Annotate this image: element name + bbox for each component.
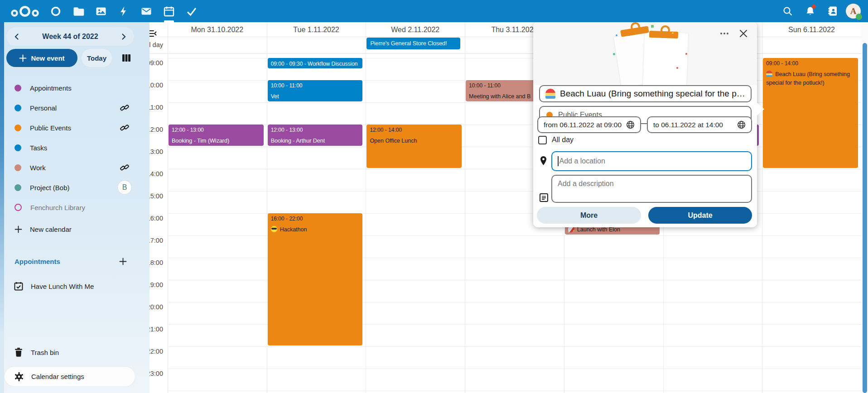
mail-icon [140,5,152,17]
chevron-right-icon[interactable] [120,33,127,40]
calendar-settings-label: Calendar settings [31,373,84,380]
event-booking-tim-wizard[interactable]: 12:00 - 13:00Booking - Tim (Wizard) [169,125,264,146]
calendar-name: Work [30,164,120,172]
add-appointment-button[interactable] [118,256,128,266]
event-title: Hackathon [271,225,360,234]
illustration-clip-ring [631,22,640,32]
event-time: 12:00 - 13:00 [271,127,360,133]
grid-column-border [366,22,366,393]
trash-bin-label: Trash bin [31,349,59,356]
app-nextcloud-logo[interactable] [5,0,44,22]
week-navigation: Week 44 of 2022 [6,27,134,46]
topbar-notifications-button[interactable] [800,0,820,22]
event-booking-arthur-dent[interactable]: 12:00 - 13:00Booking - Arthur Dent [268,125,363,146]
sidebar-calendar-public-events[interactable]: Public Events [0,118,139,138]
event-vet[interactable]: 10:00 - 11:00Vet [268,80,363,101]
scrollbar-thumb[interactable] [863,43,867,393]
calendar-color-dot [14,105,21,111]
new-event-button[interactable]: New event [6,49,77,67]
event-title-input[interactable]: Beach Luau (Bring something special for … [539,85,752,102]
app-files[interactable] [67,0,90,22]
avatar[interactable]: A [846,4,861,19]
share-link-button[interactable] [120,163,130,173]
event-time: 12:00 - 14:00 [370,127,458,133]
event-open-office-lunch[interactable]: 12:00 - 14:00Open Office Lunch [366,125,462,168]
topbar-contacts-button[interactable] [823,0,842,22]
confetti-dot [651,25,654,28]
chevron-left-icon[interactable] [13,33,20,40]
globe-icon[interactable] [626,120,635,129]
calendar-sidebar: Week 44 of 2022 New event Today Appointm… [0,22,149,393]
calendar-color-dot [14,125,21,131]
appointments-heading: Appointments [14,258,118,265]
globe-icon[interactable] [737,120,746,129]
start-datetime-value: from 06.11.2022 at 09:00 [544,121,623,129]
appointment-item-have-lunch-with-me[interactable]: Have Lunch With Me [0,276,139,296]
view-switcher-button[interactable] [119,51,134,65]
share-link-button[interactable] [120,123,130,133]
calendar-list: AppointmentsPersonalPublic EventsTasksWo… [0,78,139,217]
topbar-actions: A [778,0,868,22]
end-datetime-picker[interactable]: to 06.11.2022 at 14:00 [647,116,752,133]
grid-column-border [465,22,465,393]
view-columns-icon[interactable] [121,53,132,63]
event-editor-popup: Beach Luau (Bring something special for … [533,22,757,227]
calendar-name: Personal [30,104,120,112]
app-calendar[interactable] [158,0,180,22]
today-button[interactable]: Today [82,49,112,67]
calendar-settings-button[interactable]: Calendar settings [5,367,135,386]
plus-dark-icon[interactable] [119,258,127,265]
plus-icon [19,54,27,62]
allday-checkbox-label: All day [552,136,574,144]
event-hackathon[interactable]: 16:00 - 22:00Hackathon [268,213,363,345]
sidebar-calendar-fenchurch-library[interactable]: Fenchurch Library [0,197,139,217]
gear-icon [14,372,24,382]
globe-icon[interactable] [626,120,635,129]
event-time: 10:00 - 11:00 [271,82,360,89]
hour-gridline [168,191,861,192]
event-title: Booking - Arthur Dent [271,137,360,145]
sidebar-calendar-tasks[interactable]: Tasks [0,138,139,158]
app-tasks[interactable] [180,0,203,22]
description-icon [539,193,549,202]
more-button[interactable]: More [537,207,641,224]
topbar-search-button[interactable] [778,0,797,22]
sidebar-calendar-appointments[interactable]: Appointments [0,78,139,98]
trash-bin-button[interactable]: Trash bin [0,342,139,362]
new-calendar-button[interactable]: New calendar [0,219,159,239]
location-input[interactable]: Add a location [551,151,752,171]
share-link-button[interactable] [120,103,130,113]
close-icon[interactable] [738,29,748,38]
hour-gridline [168,169,861,169]
sidebar-calendar-work[interactable]: Work [0,158,139,177]
beach-emoji-icon [766,71,772,77]
tasks-icon [186,5,198,17]
next-week-button[interactable] [118,31,130,43]
description-input[interactable]: Add a description [551,175,752,203]
event-beach-luau-bring-something-special-for-the-potluck[interactable]: 09:00 - 14:00Beach Luau (Bring something… [763,58,858,168]
more-actions-menu-button[interactable] [718,27,731,40]
allday-checkbox[interactable] [538,136,547,144]
beach-emoji-icon [545,89,555,99]
sidebar-calendar-project-bob[interactable]: Project (Bob)B [0,177,139,197]
event-workflow-discussion[interactable]: 09:00 - 09:30 - Workflow Discussion [268,58,363,68]
calendar-name: Public Events [30,124,120,132]
ellipsis-icon[interactable] [719,28,730,39]
update-button[interactable]: Update [648,207,752,224]
calendar-check-icon [14,281,24,291]
app-activity[interactable] [112,0,135,22]
event-time: 09:00 - 14:00 [766,60,855,67]
globe-icon[interactable] [737,120,746,129]
app-mail[interactable] [135,0,158,22]
app-circles[interactable] [44,0,67,22]
previous-week-button[interactable] [11,31,23,43]
confetti-dot [616,34,617,36]
app-photos[interactable] [90,0,112,22]
illustration-sheet [642,31,689,85]
action-buttons-row: New event Today [6,49,134,67]
calendar-color-dot [14,144,21,151]
close-popup-button[interactable] [737,27,750,40]
start-datetime-picker[interactable]: from 06.11.2022 at 09:00 [537,116,641,133]
event-time: 12:00 - 13:00 [172,127,260,133]
sidebar-calendar-personal[interactable]: Personal [0,98,139,118]
